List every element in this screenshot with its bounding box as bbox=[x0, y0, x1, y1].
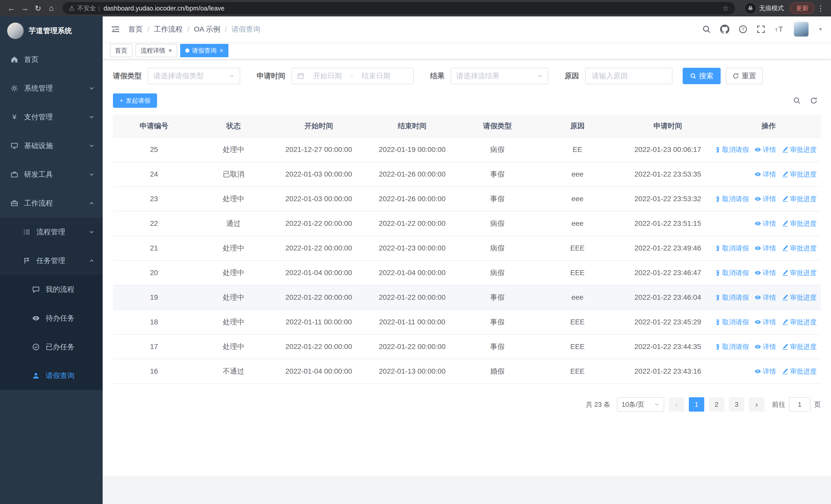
progress-action-link[interactable]: 审批进度 bbox=[782, 268, 816, 277]
help-icon[interactable]: ? bbox=[739, 25, 747, 34]
reason-input[interactable] bbox=[585, 68, 672, 84]
browser-menu-icon[interactable]: ⋮ bbox=[815, 4, 826, 12]
progress-action-link[interactable]: 审批进度 bbox=[782, 342, 816, 351]
progress-action-link[interactable]: 审批进度 bbox=[782, 367, 816, 376]
font-size-icon[interactable]: TT bbox=[775, 25, 784, 34]
leave-type-select[interactable]: 请选择请假类型 bbox=[148, 68, 240, 84]
search-button[interactable]: 搜索 bbox=[683, 68, 721, 84]
breadcrumb-home[interactable]: 首页 bbox=[128, 24, 143, 34]
detail-action-link[interactable]: 详情 bbox=[754, 219, 776, 228]
detail-action-link[interactable]: 详情 bbox=[754, 170, 776, 179]
sidebar-item-system[interactable]: 系统管理 bbox=[0, 74, 103, 102]
progress-action-link[interactable]: 审批进度 bbox=[782, 293, 816, 302]
sidebar-item-label: 基础设施 bbox=[24, 141, 53, 151]
fullscreen-icon[interactable] bbox=[756, 25, 765, 34]
breadcrumb-separator: / bbox=[188, 25, 190, 33]
trash-icon bbox=[717, 245, 721, 251]
refresh-icon[interactable] bbox=[810, 97, 818, 105]
cell-apply-time: 2022-01-22 23:51:15 bbox=[619, 211, 717, 236]
search-icon[interactable] bbox=[702, 25, 711, 34]
prev-page-button[interactable]: ‹ bbox=[669, 397, 684, 412]
cancel-action-link[interactable]: 取消请假 bbox=[717, 268, 749, 277]
tab-home[interactable]: 首页 bbox=[110, 44, 133, 57]
home-icon[interactable]: ⌂ bbox=[45, 2, 57, 14]
table-row: 16 不通过 2022-01-04 00:00:00 2022-01-13 00… bbox=[113, 359, 821, 384]
page-button-1[interactable]: 1 bbox=[689, 397, 704, 412]
sidebar-item-dev-tools[interactable]: 研发工具 bbox=[0, 160, 103, 189]
sidebar-item-todo-tasks[interactable]: 待办任务 bbox=[0, 304, 103, 333]
close-icon[interactable]: × bbox=[168, 48, 172, 54]
sidebar-item-task-mgmt[interactable]: 任务管理 bbox=[0, 246, 103, 275]
sidebar-item-infra[interactable]: 基础设施 bbox=[0, 131, 103, 160]
forward-icon[interactable]: → bbox=[19, 2, 31, 14]
bookmark-star-icon[interactable]: ☆ bbox=[722, 4, 729, 12]
sidebar-fold-icon[interactable] bbox=[111, 25, 120, 34]
progress-action-link[interactable]: 审批进度 bbox=[782, 195, 816, 204]
cancel-action-link[interactable]: 取消请假 bbox=[717, 318, 749, 327]
tab-process-detail[interactable]: 流程详情 × bbox=[136, 44, 177, 57]
progress-action-link[interactable]: 审批进度 bbox=[782, 145, 816, 154]
detail-action-link[interactable]: 详情 bbox=[754, 244, 776, 253]
cell-reason: eee bbox=[536, 285, 619, 310]
cancel-action-link[interactable]: 取消请假 bbox=[717, 145, 749, 154]
end-date-input[interactable] bbox=[356, 72, 396, 80]
page-button-2[interactable]: 2 bbox=[709, 397, 724, 412]
page-button-3[interactable]: 3 bbox=[729, 397, 744, 412]
table-row: 17 处理中 2022-01-22 00:00:00 2022-01-22 00… bbox=[113, 334, 821, 359]
sidebar-item-my-process[interactable]: 我的流程 bbox=[0, 275, 103, 304]
browser-update-button[interactable]: 更新 bbox=[790, 3, 814, 14]
trash-icon bbox=[717, 319, 721, 325]
progress-action-link[interactable]: 审批进度 bbox=[782, 170, 816, 179]
github-icon[interactable] bbox=[720, 25, 729, 34]
address-bar[interactable]: ⚠ 不安全 | dashboard.yudao.iocoder.cn/bpm/o… bbox=[63, 2, 735, 14]
detail-action-link[interactable]: 详情 bbox=[754, 318, 776, 327]
detail-action-link[interactable]: 详情 bbox=[754, 145, 776, 154]
sidebar-item-workflow[interactable]: 工作流程 bbox=[0, 189, 103, 217]
goto-page-input[interactable] bbox=[789, 397, 810, 412]
cell-apply-time: 2022-01-23 00:06:17 bbox=[619, 137, 717, 162]
app-logo[interactable]: 芋道管理系统 bbox=[0, 17, 103, 45]
sidebar-item-home[interactable]: 首页 bbox=[0, 45, 103, 74]
cancel-action-link[interactable]: 取消请假 bbox=[717, 195, 749, 204]
progress-action-link[interactable]: 审批进度 bbox=[782, 244, 816, 253]
close-icon[interactable]: × bbox=[220, 48, 223, 54]
sidebar-item-leave-query[interactable]: 请假查询 bbox=[0, 361, 103, 390]
breadcrumb-oa-example[interactable]: OA 示例 bbox=[194, 24, 221, 34]
reset-button[interactable]: 重置 bbox=[726, 68, 763, 84]
eye-icon bbox=[754, 245, 761, 251]
progress-action-link[interactable]: 审批进度 bbox=[782, 318, 816, 327]
sidebar-item-pay[interactable]: ¥ 支付管理 bbox=[0, 102, 103, 131]
cancel-action-link[interactable]: 取消请假 bbox=[717, 342, 749, 351]
security-indicator[interactable]: ⚠ 不安全 | bbox=[69, 4, 100, 12]
tab-leave-query[interactable]: 请假查询 × bbox=[180, 44, 228, 57]
breadcrumb-workflow[interactable]: 工作流程 bbox=[154, 24, 183, 34]
progress-action-link[interactable]: 审批进度 bbox=[782, 219, 816, 228]
hide-search-icon[interactable] bbox=[793, 97, 801, 105]
next-page-button[interactable]: › bbox=[749, 397, 764, 412]
detail-action-link[interactable]: 详情 bbox=[754, 342, 776, 351]
date-range-picker[interactable]: - bbox=[291, 68, 414, 84]
result-select[interactable]: 请选择流结果 bbox=[451, 68, 548, 84]
table-row: 18 处理中 2022-01-11 00:00:00 2022-01-11 00… bbox=[113, 310, 821, 334]
avatar-dropdown-caret-icon[interactable]: ▼ bbox=[818, 27, 823, 32]
svg-text:T: T bbox=[779, 25, 783, 33]
start-date-input[interactable] bbox=[308, 72, 347, 80]
cell-apply-id: 22 bbox=[113, 211, 195, 236]
table-body: 25 处理中 2021-12-27 00:00:00 2022-01-19 00… bbox=[113, 137, 821, 384]
sidebar-item-process-mgmt[interactable]: 流程管理 bbox=[0, 217, 103, 246]
cell-status: 处理中 bbox=[195, 137, 272, 162]
user-avatar[interactable] bbox=[794, 22, 809, 37]
cancel-action-link[interactable]: 取消请假 bbox=[717, 244, 749, 253]
detail-action-link[interactable]: 详情 bbox=[754, 293, 776, 302]
back-icon[interactable]: ← bbox=[5, 2, 18, 14]
detail-action-link[interactable]: 详情 bbox=[754, 195, 776, 204]
detail-action-link[interactable]: 详情 bbox=[754, 367, 776, 376]
reload-icon[interactable]: ↻ bbox=[32, 2, 44, 14]
detail-action-link[interactable]: 详情 bbox=[754, 268, 776, 277]
cell-start-time: 2022-01-03 00:00:00 bbox=[272, 162, 366, 186]
cancel-action-link[interactable]: 取消请假 bbox=[717, 293, 749, 302]
sidebar-item-done-tasks[interactable]: 已办任务 bbox=[0, 333, 103, 361]
cell-start-time: 2022-01-22 00:00:00 bbox=[272, 211, 366, 236]
page-size-select[interactable]: 10条/页 bbox=[617, 397, 664, 412]
create-leave-button[interactable]: + 发起请假 bbox=[113, 93, 157, 108]
